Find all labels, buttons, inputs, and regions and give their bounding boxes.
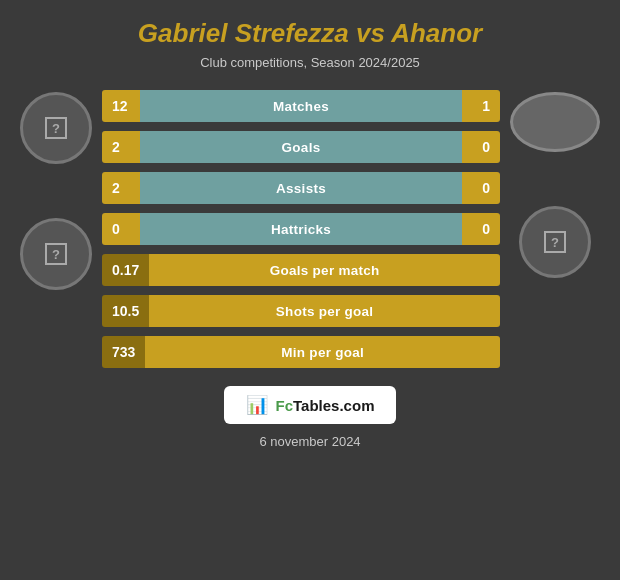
stat-row: 0.17Goals per match [102, 252, 500, 288]
stat-row: 10.5Shots per goal [102, 293, 500, 329]
avatar-placeholder-3: ? [544, 231, 566, 253]
date-label: 6 november 2024 [259, 434, 360, 449]
left-avatars: ? ? [20, 92, 92, 290]
stat-bar-matches: 12Matches1 [102, 90, 500, 122]
avatar-placeholder-2: ? [45, 243, 67, 265]
stats-area: 12Matches12Goals02Assists00Hattricks00.1… [102, 88, 500, 370]
stat-left-value: 2 [102, 172, 140, 204]
stat-label: Goals [140, 131, 462, 163]
left-avatar-bottom: ? [20, 218, 92, 290]
subtitle: Club competitions, Season 2024/2025 [200, 55, 420, 70]
stat-right-value: 0 [462, 131, 500, 163]
stat-left-value: 0.17 [102, 254, 149, 286]
right-avatar-bottom: ? [519, 206, 591, 278]
stat-label: Hattricks [140, 213, 462, 245]
logo-text: FcTables.com [276, 397, 375, 414]
avatar-placeholder: ? [45, 117, 67, 139]
stat-bar-hattricks: 0Hattricks0 [102, 213, 500, 245]
chart-icon: 📊 [246, 394, 268, 416]
right-avatar-top [510, 92, 600, 152]
stat-bar-goals-per-match: 0.17Goals per match [102, 254, 500, 286]
stat-row: 12Matches1 [102, 88, 500, 124]
stat-left-value: 2 [102, 131, 140, 163]
stat-row: 2Assists0 [102, 170, 500, 206]
stat-right-value: 1 [462, 90, 500, 122]
footer-logo: 📊 FcTables.com [224, 386, 397, 424]
stat-label: Goals per match [149, 254, 500, 286]
stat-label: Shots per goal [149, 295, 500, 327]
stat-bar-goals: 2Goals0 [102, 131, 500, 163]
left-avatar-top: ? [20, 92, 92, 164]
comparison-card: Gabriel Strefezza vs Ahanor Club competi… [0, 0, 620, 580]
stat-label: Matches [140, 90, 462, 122]
stat-bar-shots-per-goal: 10.5Shots per goal [102, 295, 500, 327]
comparison-area: ? ? 12Matches12Goals02Assists00Hattricks… [20, 88, 600, 370]
stat-right-value: 0 [462, 172, 500, 204]
stat-row: 2Goals0 [102, 129, 500, 165]
stat-left-value: 10.5 [102, 295, 149, 327]
stat-row: 0Hattricks0 [102, 211, 500, 247]
stat-left-value: 12 [102, 90, 140, 122]
stat-left-value: 0 [102, 213, 140, 245]
stat-label: Min per goal [145, 336, 500, 368]
stat-bar-assists: 2Assists0 [102, 172, 500, 204]
stat-left-value: 733 [102, 336, 145, 368]
stat-bar-min-per-goal: 733Min per goal [102, 336, 500, 368]
stat-label: Assists [140, 172, 462, 204]
stat-right-value: 0 [462, 213, 500, 245]
stat-row: 733Min per goal [102, 334, 500, 370]
page-title: Gabriel Strefezza vs Ahanor [138, 18, 482, 49]
right-avatars: ? [510, 92, 600, 278]
